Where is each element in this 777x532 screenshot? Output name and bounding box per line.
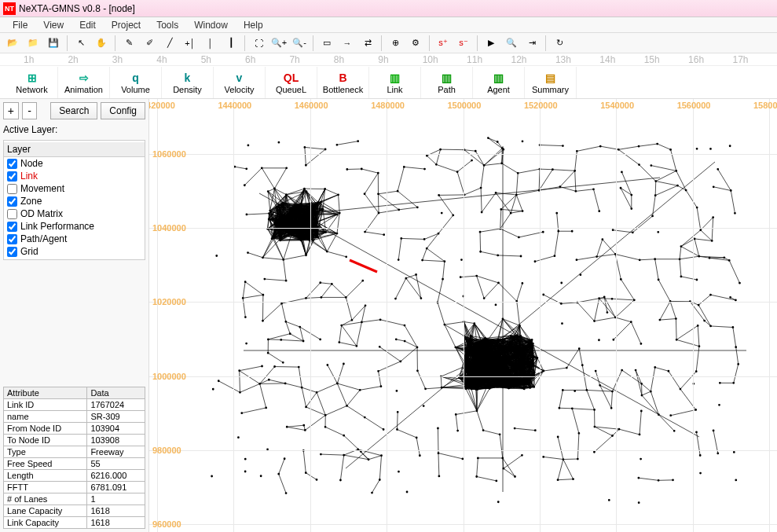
menubar: FileViewEditProjectToolsWindowHelp <box>0 17 777 33</box>
attr-name: FFTT <box>4 482 87 493</box>
zoom-plus-button[interactable]: + <box>3 102 19 119</box>
ribbon-network[interactable]: ⊞Network <box>6 67 58 98</box>
attr-value: Freeway <box>87 446 145 458</box>
layer-item-pathagent[interactable]: Path/Agent <box>4 233 145 245</box>
arrows-lr-icon[interactable]: ⇄ <box>358 35 377 52</box>
layer-item-grid[interactable]: Grid <box>4 245 145 258</box>
attr-value: 103908 <box>87 435 145 446</box>
x-gridlabel: 1460000 <box>295 101 328 110</box>
pencil2-icon[interactable]: ✐ <box>140 35 159 52</box>
layer-item-link[interactable]: Link <box>4 170 145 182</box>
table-row[interactable]: TypeFreeway <box>4 446 145 458</box>
x-gridlabel: 1500000 <box>448 101 482 110</box>
export-icon[interactable]: ⇥ <box>522 35 541 52</box>
layer-item-odmatrix[interactable]: OD Matrix <box>4 207 145 220</box>
table-row[interactable]: Length6216.000 <box>4 470 145 482</box>
ribbon-density[interactable]: kDensity <box>162 67 214 98</box>
layer-item-movement[interactable]: Movement <box>4 182 145 195</box>
line-icon[interactable]: ╱ <box>160 35 179 52</box>
ribbon-summary[interactable]: ▤Summary <box>525 67 577 98</box>
ribbon-animation[interactable]: ⇨Animation <box>58 67 110 98</box>
target-icon[interactable]: ⊕ <box>386 35 405 52</box>
table-row[interactable]: FFTT6781.091 <box>4 482 145 493</box>
open-folder2-icon[interactable]: 📁 <box>24 35 42 52</box>
table-row[interactable]: To Node ID103908 <box>4 435 145 446</box>
hand-icon[interactable]: ✋ <box>92 35 111 52</box>
zoom-out-icon[interactable]: 🔍- <box>290 35 309 52</box>
layer-checkbox[interactable] <box>7 184 17 194</box>
window-title: NeXTA-GMNS v0.8 - [node] <box>19 3 135 14</box>
time-tick: 11h <box>467 54 511 65</box>
layer-checkbox[interactable] <box>7 234 17 244</box>
table-row[interactable]: From Node ID103904 <box>4 423 145 435</box>
gear-icon[interactable]: ⚙ <box>406 35 425 52</box>
layer-label: Path/Agent <box>20 233 67 244</box>
zoom-icon[interactable]: 🔍 <box>502 35 521 52</box>
time-tick: 12h <box>511 54 555 65</box>
layer-checkbox[interactable] <box>7 196 17 207</box>
attr-value: SR-309 <box>87 411 145 423</box>
time-tick: 4h <box>156 54 200 65</box>
time-tick: 17h <box>733 54 777 65</box>
time-tick: 15h <box>644 54 688 65</box>
ribbon-path[interactable]: ▥Path <box>421 67 473 98</box>
layer-checkbox[interactable] <box>7 159 17 169</box>
rect-icon[interactable]: ▭ <box>317 35 336 52</box>
layer-checkbox[interactable] <box>7 171 17 182</box>
s-minus-icon[interactable]: s⁻ <box>454 35 473 52</box>
svg-line-0 <box>350 260 377 272</box>
search-button[interactable]: Search <box>50 102 97 119</box>
ribbon-volume[interactable]: qVolume <box>110 67 162 98</box>
menu-help[interactable]: Help <box>236 18 271 32</box>
menu-tools[interactable]: Tools <box>148 18 186 32</box>
menu-view[interactable]: View <box>35 18 71 32</box>
layer-item-zone[interactable]: Zone <box>4 195 145 207</box>
arrow-right-icon[interactable]: → <box>338 35 357 52</box>
pointer-icon[interactable]: ↖ <box>71 35 90 52</box>
table-row[interactable]: Link Capacity1618 <box>4 517 145 529</box>
ribbon-bottleneck[interactable]: BBottleneck <box>317 67 369 98</box>
ribbon-agent[interactable]: ▥Agent <box>473 67 525 98</box>
table-row[interactable]: Free Speed55 <box>4 458 145 470</box>
table-row[interactable]: Link ID1767024 <box>4 399 145 411</box>
s-plus-icon[interactable]: s⁺ <box>434 35 453 52</box>
table-row[interactable]: Lane Capacity1618 <box>4 505 145 517</box>
time-tick: 13h <box>555 54 599 65</box>
data-col-header: Data <box>87 387 145 399</box>
ribbon-label: Summary <box>532 85 569 94</box>
attribute-table: Attribute Data Link ID1767024nameSR-309F… <box>3 387 145 529</box>
layer-checkbox[interactable] <box>7 222 17 232</box>
agent-icon: ▥ <box>493 71 504 85</box>
layer-checkbox[interactable] <box>7 247 17 257</box>
zoom-in-icon[interactable]: 🔍+ <box>269 35 288 52</box>
map-canvas[interactable]: 1420000144000014600001480000150000015200… <box>149 99 777 532</box>
add-point-icon[interactable]: +│ <box>181 35 200 52</box>
layer-label: Node <box>20 158 43 169</box>
menu-file[interactable]: File <box>5 18 35 32</box>
x-gridlabel: 1480000 <box>371 101 405 110</box>
layer-checkbox[interactable] <box>7 209 17 219</box>
ribbon-queuel[interactable]: QLQueueL <box>266 67 317 98</box>
menu-window[interactable]: Window <box>186 18 236 32</box>
menu-edit[interactable]: Edit <box>71 18 104 32</box>
menu-project[interactable]: Project <box>104 18 148 32</box>
ribbon-velocity[interactable]: vVelocity <box>214 67 266 98</box>
fit-icon[interactable]: ⛶ <box>249 35 268 52</box>
layer-item-linkperformance[interactable]: Link Performance <box>4 220 145 233</box>
play-icon[interactable]: ▶ <box>482 35 500 52</box>
refresh-icon[interactable]: ↻ <box>550 35 569 52</box>
vline-icon[interactable]: │ <box>201 35 220 52</box>
network-icon: ⊞ <box>27 71 37 85</box>
vline2-icon[interactable]: ┃ <box>222 35 240 52</box>
config-button[interactable]: Config <box>101 102 145 119</box>
table-row[interactable]: nameSR-309 <box>4 411 145 423</box>
zoom-minus-button[interactable]: - <box>22 102 38 119</box>
x-gridlabel: 1560000 <box>677 101 711 110</box>
layer-item-node[interactable]: Node <box>4 157 145 170</box>
save-icon[interactable]: 💾 <box>44 35 63 52</box>
ribbon-link[interactable]: ▥Link <box>369 67 421 98</box>
table-row[interactable]: # of Lanes1 <box>4 493 145 505</box>
attr-name: Link ID <box>4 399 87 411</box>
pencil-icon[interactable]: ✎ <box>119 35 138 52</box>
open-folder-icon[interactable]: 📂 <box>3 35 22 52</box>
